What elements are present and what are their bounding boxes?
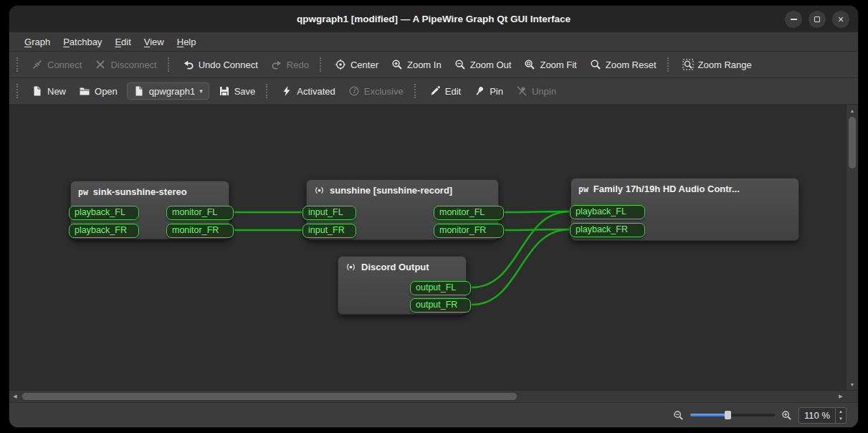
monitor-icon [314,185,325,196]
close-button[interactable]: × [832,11,849,28]
edit-toggle[interactable]: Edit [424,82,467,100]
vertical-scrollbar[interactable]: ▲ ▼ [846,105,858,390]
scroll-up-button[interactable]: ▲ [846,105,858,116]
port-output-monitor_FR[interactable]: monitor_FR [166,224,234,238]
zoom-reset-icon [590,59,601,70]
unpin-button[interactable]: Unpin [510,82,562,100]
menu-view[interactable]: View [138,34,171,49]
close-icon: × [838,14,844,24]
port-input-playback_FR[interactable]: playback_FR [570,223,645,237]
port-input-input_FL[interactable]: input_FL [302,206,356,220]
zoom-fit-button[interactable]: Zoom Fit [518,55,582,74]
toolbar-handle[interactable] [414,84,417,98]
horizontal-scroll-track[interactable] [21,391,835,402]
node-header: pw Family 17h/19h HD Audio Contr... [571,179,798,197]
node-discord-output[interactable]: Discord Output output_FL output_FR [338,256,467,315]
menu-edit[interactable]: Edit [108,34,137,49]
toolbar-main: Connect Disconnect Undo Connect Redo Cen… [9,52,858,78]
zoom-slider-fill [690,414,728,417]
node-title: Discord Output [361,262,429,272]
port-output-output_FL[interactable]: output_FL [410,281,471,295]
activated-toggle[interactable]: Activated [275,82,340,100]
cable-discord-outputFR-to-family-playbackFR[interactable] [472,229,569,305]
connect-icon [32,59,43,70]
node-title: Family 17h/19h HD Audio Contr... [593,184,740,194]
node-title: sunshine [sunshine-record] [330,185,452,196]
monitor-icon [345,262,356,272]
chevron-down-icon: ▾ [199,87,203,95]
horizontal-scrollbar[interactable]: ◀ ▶ [9,390,858,402]
scroll-down-button[interactable]: ▼ [846,379,858,390]
scrollbar-corner [846,391,858,402]
toolbar-handle[interactable] [168,57,171,72]
zoom-out-button[interactable]: Zoom Out [449,55,518,74]
patchbay-combo-value: qpwgraph1 [149,86,195,97]
vertical-scroll-thumb[interactable] [849,117,856,168]
unpin-icon [516,85,528,97]
graph-canvas[interactable]: pw sink-sunshine-stereo playback_FL play… [9,105,846,390]
zoom-value[interactable]: 110 % [799,408,835,423]
zoom-spin-arrows: ▲ ▼ [835,408,846,423]
disconnect-button[interactable]: Disconnect [89,55,162,74]
pin-button[interactable]: Pin [468,82,509,100]
redo-icon [271,59,282,70]
connect-button[interactable]: Connect [26,55,87,74]
menu-patchbay[interactable]: Patchbay [57,34,108,49]
open-button[interactable]: Open [73,82,123,100]
spin-up-button[interactable]: ▲ [836,408,846,416]
zoom-in-small-icon[interactable] [781,410,792,421]
minimize-button[interactable] [785,11,802,28]
scroll-left-button[interactable]: ◀ [9,391,21,402]
zoom-out-icon [454,59,466,70]
port-input-playback_FL[interactable]: playback_FL [570,205,645,219]
horizontal-scroll-thumb[interactable] [22,393,517,400]
cable-layer [9,105,846,388]
toolbar-handle[interactable] [667,57,670,72]
save-button[interactable]: Save [213,82,262,100]
undo-connect-button[interactable]: Undo Connect [177,55,264,74]
toolbar-handle[interactable] [16,57,19,72]
port-output-monitor_FL[interactable]: monitor_FL [166,206,234,220]
zoom-in-icon [391,59,403,70]
maximize-icon [814,16,820,22]
node-sunshine[interactable]: sunshine [sunshine-record] input_FL inpu… [306,179,499,240]
title-bar[interactable]: qpwgraph1 [modified] — A PipeWire Graph … [9,6,858,32]
port-input-input_FR[interactable]: input_FR [302,224,356,238]
port-output-monitor_FL[interactable]: monitor_FL [434,206,504,220]
open-icon [79,85,90,97]
zoom-out-small-icon[interactable] [673,410,684,421]
undo-icon [183,59,194,70]
node-header: Discord Output [338,257,466,275]
node-sink-sunshine-stereo[interactable]: pw sink-sunshine-stereo playback_FL play… [70,181,229,239]
center-button[interactable]: Center [329,55,384,74]
zoom-slider-handle[interactable] [725,411,731,419]
redo-button[interactable]: Redo [265,55,315,74]
exclusive-toggle[interactable]: f Exclusive [343,82,409,100]
port-input-playback_FR[interactable]: playback_FR [69,224,139,238]
zoom-range-button[interactable]: Zoom Range [677,55,758,74]
new-button[interactable]: New [26,82,72,100]
port-output-monitor_FR[interactable]: monitor_FR [434,224,504,238]
port-input-playback_FL[interactable]: playback_FL [69,206,139,220]
zoom-slider[interactable] [690,409,775,421]
zoom-in-button[interactable]: Zoom In [386,55,447,74]
node-family-hd-audio[interactable]: pw Family 17h/19h HD Audio Contr... play… [571,178,799,241]
zoom-reset-button[interactable]: Zoom Reset [584,55,662,74]
maximize-button[interactable] [809,11,826,28]
node-header: pw sink-sunshine-stereo [71,181,229,200]
window-controls: × [785,6,849,32]
menu-help[interactable]: Help [171,34,203,49]
zoom-spinbox[interactable]: 110 % ▲ ▼ [798,407,846,424]
toolbar-handle[interactable] [266,84,269,98]
spin-down-button[interactable]: ▼ [836,415,846,423]
zoom-fit-icon [524,59,535,70]
pipewire-icon: pw [78,187,88,197]
menu-bar: Graph Patchbay Edit View Help [9,32,858,52]
scroll-right-button[interactable]: ▶ [835,391,846,402]
patchbay-combo[interactable]: qpwgraph1 ▾ [127,82,209,100]
toolbar-handle[interactable] [16,84,19,98]
menu-graph[interactable]: Graph [18,34,57,49]
toolbar-handle[interactable] [320,57,323,72]
port-output-output_FR[interactable]: output_FR [410,298,471,313]
window-title: qpwgraph1 [modified] — A PipeWire Graph … [297,14,571,24]
